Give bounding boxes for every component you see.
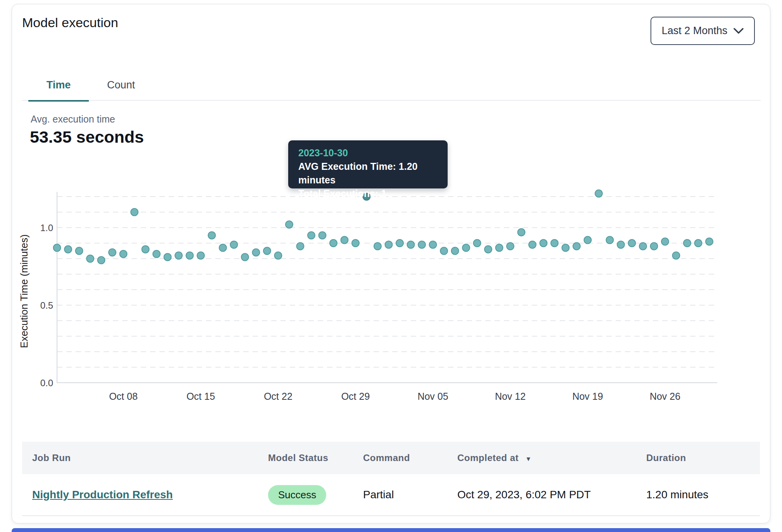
col-command[interactable]: Command xyxy=(363,453,457,463)
data-point[interactable] xyxy=(297,243,304,250)
data-point[interactable] xyxy=(352,240,359,247)
y-tick-label: 0.5 xyxy=(40,300,53,311)
x-tick-label: Oct 22 xyxy=(264,391,292,402)
data-point[interactable] xyxy=(661,238,669,245)
data-point[interactable] xyxy=(595,190,602,197)
data-point[interactable] xyxy=(142,246,149,253)
data-point[interactable] xyxy=(639,243,647,250)
data-point[interactable] xyxy=(584,237,592,244)
data-point[interactable] xyxy=(440,247,448,255)
data-point[interactable] xyxy=(683,240,691,247)
data-point[interactable] xyxy=(484,246,492,253)
y-axis-title: Execution Time (minutes) xyxy=(18,234,30,348)
data-point[interactable] xyxy=(109,249,116,256)
data-point[interactable] xyxy=(651,243,658,250)
data-point[interactable] xyxy=(474,240,481,247)
data-point[interactable] xyxy=(418,241,426,249)
x-tick-label: Oct 08 xyxy=(109,391,138,402)
x-tick-label: Nov 12 xyxy=(495,391,526,402)
data-point[interactable] xyxy=(507,243,514,250)
model-execution-card: Model execution Last 2 Months Time Count… xyxy=(12,4,770,523)
date-range-dropdown[interactable]: Last 2 Months xyxy=(651,17,755,45)
duration-cell: 1.20 minutes xyxy=(646,489,760,501)
data-point[interactable] xyxy=(175,252,182,259)
data-point[interactable] xyxy=(131,209,138,216)
sort-desc-icon: ▼ xyxy=(525,456,531,462)
chart-tabs: Time Count xyxy=(22,70,761,101)
data-point[interactable] xyxy=(54,244,61,252)
chevron-down-icon xyxy=(734,28,744,34)
data-point[interactable] xyxy=(64,246,72,253)
x-tick-label: Nov 19 xyxy=(572,391,603,402)
data-point[interactable] xyxy=(341,237,348,244)
data-point[interactable] xyxy=(241,254,249,261)
tooltip-avg-line: AVG Execution Time: 1.20 minutes xyxy=(298,160,438,187)
data-point[interactable] xyxy=(186,252,194,259)
data-point[interactable] xyxy=(551,240,558,247)
data-point[interactable] xyxy=(87,255,94,263)
data-point[interactable] xyxy=(208,232,216,239)
data-point[interactable] xyxy=(706,238,713,245)
col-model-status[interactable]: Model Status xyxy=(268,453,363,463)
command-cell: Partial xyxy=(363,489,457,501)
completed-at-cell: Oct 29, 2023, 6:02 PM PDT xyxy=(457,489,646,501)
col-job-run[interactable]: Job Run xyxy=(22,453,268,463)
data-point[interactable] xyxy=(385,241,393,249)
x-tick-label: Nov 26 xyxy=(650,391,680,402)
data-point[interactable] xyxy=(153,250,160,258)
data-point[interactable] xyxy=(695,240,702,247)
table-header-row: Job Run Model Status Command Completed a… xyxy=(22,442,760,474)
data-point[interactable] xyxy=(285,221,293,228)
data-point[interactable] xyxy=(540,240,547,247)
data-point[interactable] xyxy=(374,243,381,250)
data-point[interactable] xyxy=(496,244,503,252)
data-point[interactable] xyxy=(518,229,525,236)
data-point[interactable] xyxy=(98,257,105,264)
tooltip-date: 2023-10-30 xyxy=(298,146,438,160)
data-point[interactable] xyxy=(562,244,569,252)
data-point[interactable] xyxy=(197,252,204,259)
tab-time[interactable]: Time xyxy=(28,70,89,102)
avg-execution-time-value: 53.35 seconds xyxy=(30,128,144,147)
data-point[interactable] xyxy=(573,243,580,250)
data-point[interactable] xyxy=(319,232,326,239)
x-tick-label: Nov 05 xyxy=(417,391,448,402)
data-point[interactable] xyxy=(219,244,227,252)
data-point[interactable] xyxy=(606,237,614,244)
data-point[interactable] xyxy=(617,241,625,249)
tab-count[interactable]: Count xyxy=(89,70,153,100)
data-point[interactable] xyxy=(452,247,459,255)
tab-count-label: Count xyxy=(107,79,135,91)
avg-execution-time-label: Avg. execution time xyxy=(31,114,115,125)
y-tick-label: 1.0 xyxy=(40,223,53,233)
y-tick-label: 0.0 xyxy=(40,378,53,388)
data-point[interactable] xyxy=(230,241,238,249)
job-run-link[interactable]: Nightly Production Refresh xyxy=(32,489,173,501)
data-point[interactable] xyxy=(429,241,437,249)
execution-time-chart: 0.00.51.0Oct 08Oct 15Oct 22Oct 29Nov 05N… xyxy=(12,179,771,419)
data-point[interactable] xyxy=(673,252,680,259)
table-row: Nightly Production Refresh Success Parti… xyxy=(22,474,760,516)
data-point[interactable] xyxy=(164,254,171,261)
chart-tooltip: 2023-10-30 AVG Execution Time: 1.20 minu… xyxy=(288,140,448,188)
data-point[interactable] xyxy=(407,241,415,249)
tooltip-total-line: Total Executions: 1 xyxy=(298,187,438,200)
page-title: Model execution xyxy=(22,15,118,30)
data-point[interactable] xyxy=(263,247,271,255)
data-point[interactable] xyxy=(120,250,127,258)
data-point[interactable] xyxy=(462,244,470,252)
data-point[interactable] xyxy=(330,240,337,247)
data-point[interactable] xyxy=(396,240,403,247)
col-duration[interactable]: Duration xyxy=(646,453,760,463)
data-point[interactable] xyxy=(253,249,260,256)
bottom-accent-bar xyxy=(12,528,770,532)
data-point[interactable] xyxy=(275,252,282,259)
scatter-chart[interactable]: 0.00.51.0Oct 08Oct 15Oct 22Oct 29Nov 05N… xyxy=(12,179,771,419)
data-point[interactable] xyxy=(308,232,315,239)
col-completed-at[interactable]: Completed at ▼ xyxy=(457,453,646,463)
data-point[interactable] xyxy=(529,241,536,249)
data-point[interactable] xyxy=(628,240,636,247)
tab-time-label: Time xyxy=(47,79,71,91)
data-point[interactable] xyxy=(76,247,83,255)
status-badge: Success xyxy=(268,485,326,505)
